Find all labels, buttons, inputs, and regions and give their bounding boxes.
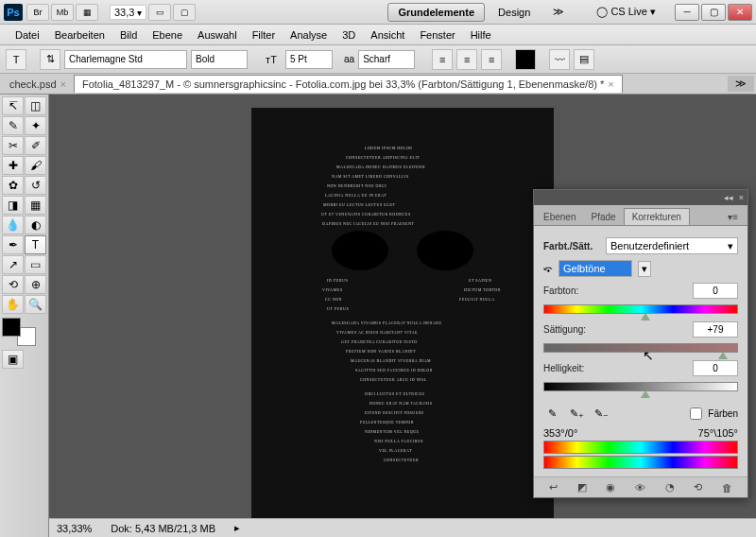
- trash-icon[interactable]: 🗑: [722, 482, 732, 494]
- color-swatches[interactable]: [2, 318, 36, 346]
- path-select-tool[interactable]: ↗: [2, 255, 24, 274]
- pen-tool[interactable]: ✒: [2, 235, 24, 254]
- preset-dropdown[interactable]: Benutzerdefiniert▾: [606, 237, 738, 254]
- text-color-swatch[interactable]: [515, 49, 536, 70]
- status-menu-icon[interactable]: ▸: [234, 522, 240, 534]
- zoom-tool[interactable]: 🔍: [25, 295, 46, 314]
- panel-menu-icon[interactable]: ▾≡: [720, 209, 746, 225]
- antialias-dropdown[interactable]: [358, 50, 415, 69]
- tab-pfade[interactable]: Pfade: [583, 209, 623, 225]
- history-brush-tool[interactable]: ↺: [25, 176, 46, 195]
- minibridge-button[interactable]: Mb: [51, 4, 74, 21]
- menu-hilfe[interactable]: Hilfe: [463, 26, 499, 43]
- zoom-dropdown[interactable]: 33,3 ▾: [110, 5, 146, 20]
- healing-tool[interactable]: ✚: [2, 156, 24, 175]
- menu-filter[interactable]: Filter: [245, 26, 283, 43]
- eyedropper-set-icon[interactable]: ✎: [543, 405, 560, 422]
- brush-tool[interactable]: 🖌: [25, 156, 46, 175]
- color-range-bar-top[interactable]: [543, 441, 738, 454]
- cslive-button[interactable]: ◯ CS Live ▾: [587, 3, 665, 21]
- workspace-more[interactable]: ≫: [543, 3, 574, 21]
- menu-3d[interactable]: 3D: [335, 26, 363, 43]
- stamp-tool[interactable]: ✿: [2, 176, 24, 195]
- tab-korrekturen[interactable]: Korrekturen: [624, 208, 690, 225]
- workspace-design[interactable]: Design: [489, 4, 540, 21]
- font-family-dropdown[interactable]: [64, 50, 187, 69]
- move-tool[interactable]: ↸: [2, 96, 24, 115]
- character-panel-button[interactable]: ▤: [574, 49, 594, 70]
- type-tool[interactable]: T: [25, 235, 46, 254]
- colorize-checkbox[interactable]: [690, 407, 702, 420]
- align-center-button[interactable]: ≡: [456, 49, 477, 70]
- close-button[interactable]: ✕: [728, 4, 752, 21]
- quickselect-tool[interactable]: ✦: [25, 116, 46, 135]
- channel-dropdown[interactable]: Gelbtöne: [558, 260, 632, 277]
- menu-fenster[interactable]: Fenster: [412, 26, 462, 43]
- align-right-button[interactable]: ≡: [481, 49, 502, 70]
- view-extras-button[interactable]: ▦: [76, 4, 98, 21]
- panel-header[interactable]: ◂◂ ×: [534, 190, 747, 205]
- document-canvas[interactable]: LOREM IPSUM DOLOR CONSECTETUER ADIPISCIN…: [251, 108, 554, 524]
- screenmode-button[interactable]: ▢: [173, 4, 196, 21]
- menu-datei[interactable]: Datei: [8, 26, 47, 43]
- warp-text-button[interactable]: 〰: [549, 49, 570, 70]
- type-tool-preset[interactable]: T: [6, 49, 26, 70]
- status-zoom[interactable]: 33,33%: [57, 523, 92, 534]
- close-icon[interactable]: ×: [60, 78, 66, 90]
- lasso-tool[interactable]: ✎: [2, 116, 24, 135]
- tab-overflow-button[interactable]: ≫: [728, 76, 754, 92]
- menu-analyse[interactable]: Analyse: [283, 26, 335, 43]
- gradient-tool[interactable]: ▦: [25, 196, 46, 215]
- text-orientation-button[interactable]: ⇅: [40, 49, 60, 70]
- hue-slider[interactable]: [543, 304, 738, 314]
- quickmask-button[interactable]: ▣: [2, 350, 24, 369]
- document-tab-fotolia[interactable]: Fotolia_4813297_M - © sumnersgraphicsinc…: [74, 75, 623, 93]
- crop-tool[interactable]: ✂: [2, 136, 24, 155]
- marquee-tool[interactable]: ◫: [25, 96, 46, 115]
- eyedropper-tool[interactable]: ✐: [25, 136, 46, 155]
- blur-tool[interactable]: 💧: [2, 216, 24, 234]
- dodge-tool[interactable]: ◐: [25, 216, 46, 234]
- saturation-input[interactable]: [693, 321, 738, 338]
- foreground-color-swatch[interactable]: [2, 318, 21, 337]
- eraser-tool[interactable]: ◨: [2, 196, 24, 215]
- menu-auswahl[interactable]: Auswahl: [190, 26, 245, 43]
- menu-ebene[interactable]: Ebene: [145, 26, 190, 43]
- saturation-slider[interactable]: [543, 343, 738, 353]
- tab-ebenen[interactable]: Ebenen: [536, 209, 583, 225]
- document-tab-check[interactable]: check.psd×: [2, 76, 74, 93]
- expand-icon[interactable]: ◩: [577, 481, 587, 494]
- menu-bearbeiten[interactable]: Bearbeiten: [47, 26, 112, 43]
- close-panel-icon[interactable]: ×: [739, 193, 744, 202]
- return-arrow-icon[interactable]: ↩: [549, 481, 558, 494]
- channel-menu-button[interactable]: ▾: [638, 261, 651, 277]
- minimize-button[interactable]: ─: [675, 4, 699, 21]
- clip-icon[interactable]: ◉: [606, 481, 615, 494]
- eyedropper-add-icon[interactable]: ✎₊: [568, 405, 585, 422]
- color-range-bar-bottom[interactable]: [543, 456, 738, 469]
- bridge-button[interactable]: Br: [26, 4, 49, 21]
- 3d-camera-tool[interactable]: ⊕: [25, 275, 46, 294]
- status-doc-size[interactable]: Dok: 5,43 MB/21,3 MB: [111, 523, 215, 534]
- workspace-grundelemente[interactable]: Grundelemente: [387, 3, 485, 22]
- font-style-dropdown[interactable]: [191, 50, 248, 69]
- align-left-button[interactable]: ≡: [432, 49, 453, 70]
- reset-icon[interactable]: ⟲: [694, 481, 702, 494]
- eyedropper-subtract-icon[interactable]: ✎₋: [593, 405, 610, 422]
- close-icon[interactable]: ×: [608, 78, 613, 90]
- shape-tool[interactable]: ▭: [25, 255, 46, 274]
- previous-state-icon[interactable]: ◔: [665, 481, 675, 494]
- hand-icon[interactable]: ⤽: [543, 262, 553, 275]
- font-size-input[interactable]: [285, 50, 333, 69]
- lightness-input[interactable]: [693, 360, 738, 376]
- menu-ansicht[interactable]: Ansicht: [363, 26, 412, 43]
- hue-input[interactable]: [693, 283, 738, 299]
- hand-tool[interactable]: ✋: [2, 295, 24, 314]
- collapse-icon[interactable]: ◂◂: [724, 193, 733, 202]
- 3d-tool[interactable]: ⟲: [2, 275, 24, 294]
- arrange-button[interactable]: ▭: [148, 4, 171, 21]
- lightness-slider[interactable]: [543, 382, 738, 391]
- maximize-button[interactable]: ▢: [701, 4, 726, 21]
- visibility-icon[interactable]: 👁: [635, 482, 645, 494]
- menu-bild[interactable]: Bild: [112, 26, 145, 43]
